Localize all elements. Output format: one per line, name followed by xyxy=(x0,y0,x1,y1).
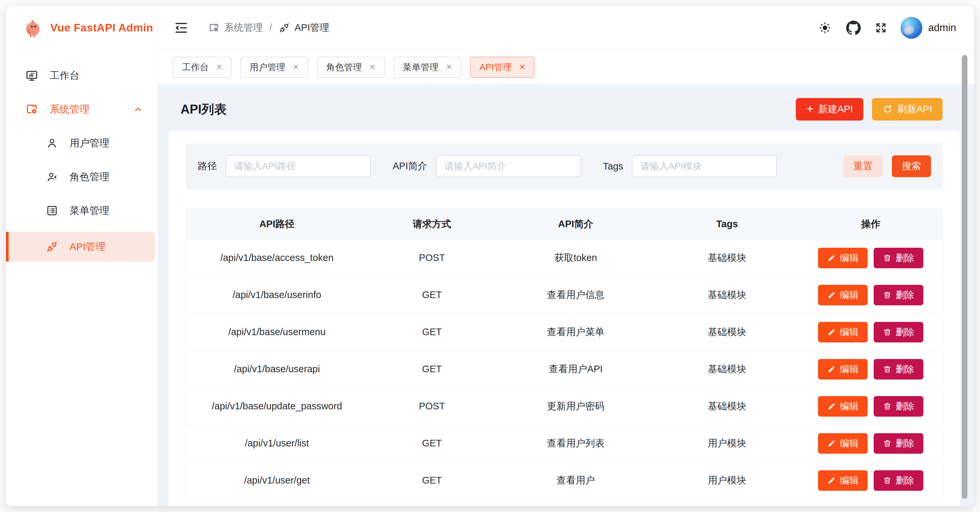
brand-title: Vue FastAPI Admin xyxy=(50,22,153,34)
delete-button[interactable]: 删除 xyxy=(873,248,923,268)
avatar[interactable] xyxy=(900,17,922,39)
trash-icon xyxy=(883,291,891,299)
api-actions-cell: 编辑 删除 xyxy=(799,388,943,425)
api-method-cell: GET xyxy=(368,313,496,351)
pencil-icon xyxy=(827,291,836,299)
api-summary-cell: 查看用户 xyxy=(496,462,655,499)
new-api-button[interactable]: + 新建API xyxy=(796,98,863,121)
pencil-icon xyxy=(827,476,836,485)
api-actions-cell: 编辑 删除 xyxy=(799,277,943,313)
summary-filter-input[interactable] xyxy=(436,155,581,177)
api-method-cell: GET xyxy=(368,277,496,313)
api-path-cell: /api/v1/base/userapi xyxy=(186,351,368,388)
scrollbar[interactable] xyxy=(962,55,967,499)
api-path-cell: /api/v1/user/get xyxy=(186,462,368,499)
api-plug-icon xyxy=(278,22,290,33)
brand-logo[interactable]: Vue FastAPI Admin xyxy=(6,6,158,50)
edit-button[interactable]: 编辑 xyxy=(818,433,868,454)
sidebar-item-label: 角色管理 xyxy=(70,170,109,184)
close-icon[interactable]: ✕ xyxy=(446,63,452,71)
fullscreen-icon[interactable] xyxy=(875,22,887,34)
api-actions-cell: 编辑 删除 xyxy=(799,351,943,388)
window-settings-icon xyxy=(25,103,38,116)
sidebar-item-label: 用户管理 xyxy=(70,137,109,150)
edit-button[interactable]: 编辑 xyxy=(818,359,868,380)
tags-filter-input[interactable] xyxy=(632,155,777,177)
sidebar-item-api[interactable]: API管理 xyxy=(6,232,155,262)
tab-api[interactable]: API管理 ✕ xyxy=(470,57,535,78)
close-icon[interactable]: ✕ xyxy=(216,63,222,71)
trash-icon xyxy=(883,476,891,485)
edit-button[interactable]: 编辑 xyxy=(818,285,868,305)
tab-menus[interactable]: 菜单管理 ✕ xyxy=(394,57,461,78)
api-tags-cell: 基础模块 xyxy=(655,351,799,388)
table-row: /api/v1/user/get GET 查看用户 用户模块 编辑 删除 xyxy=(186,462,943,499)
tab-workspace[interactable]: 工作台 ✕ xyxy=(173,57,232,78)
sidebar-item-label: 系统管理 xyxy=(50,103,89,116)
breadcrumb-item-system[interactable]: 系统管理 xyxy=(208,21,263,35)
trash-icon xyxy=(883,402,891,411)
api-tags-cell: 用户模块 xyxy=(655,425,799,462)
api-path-cell: /api/v1/base/usermenu xyxy=(186,313,368,351)
edit-button[interactable]: 编辑 xyxy=(818,248,868,268)
edit-button[interactable]: 编辑 xyxy=(818,322,868,342)
sidebar-submenu: 用户管理 角色管理 菜单管理 API管理 xyxy=(6,130,158,262)
app-window: Vue FastAPI Admin 工作台 系统管理 用户管理 角色管理 xyxy=(6,6,974,506)
top-bar: 系统管理 / API管理 admin xyxy=(158,6,974,50)
table-row: /api/v1/base/userapi GET 查看用户API 基础模块 编辑… xyxy=(186,351,943,388)
edit-button[interactable]: 编辑 xyxy=(818,470,868,491)
tab-label: 工作台 xyxy=(182,61,209,73)
refresh-icon xyxy=(883,104,892,114)
pencil-icon xyxy=(827,328,836,337)
search-button[interactable]: 搜索 xyxy=(892,155,931,177)
sidebar-item-label: 工作台 xyxy=(50,69,80,83)
api-method-cell: GET xyxy=(368,351,496,388)
tab-bar: 工作台 ✕ 用户管理 ✕ 角色管理 ✕ 菜单管理 ✕ API管理 ✕ xyxy=(158,50,974,85)
close-icon[interactable]: ✕ xyxy=(293,63,299,71)
path-filter-input[interactable] xyxy=(226,155,371,177)
pencil-icon xyxy=(827,402,836,411)
table-row: /api/v1/base/userinfo GET 查看用户信息 基础模块 编辑… xyxy=(186,277,943,313)
tab-label: 菜单管理 xyxy=(403,61,439,73)
api-summary-cell: 查看用户列表 xyxy=(496,425,655,462)
username[interactable]: admin xyxy=(928,22,956,34)
table-row: /api/v1/base/update_password POST 更新用户密码… xyxy=(186,388,943,425)
sidebar-item-users[interactable]: 用户管理 xyxy=(6,130,158,156)
theme-light-icon[interactable] xyxy=(818,21,832,35)
path-filter-label: 路径 xyxy=(198,160,217,173)
menu-list-icon xyxy=(46,204,58,217)
delete-button[interactable]: 删除 xyxy=(873,433,923,454)
sidebar-item-menus[interactable]: 菜单管理 xyxy=(6,198,158,223)
api-path-cell: /api/v1/base/update_password xyxy=(186,388,368,425)
sidebar-item-label: API管理 xyxy=(70,240,105,254)
delete-button[interactable]: 删除 xyxy=(873,396,923,417)
api-method-cell: POST xyxy=(368,239,496,277)
api-method-cell: GET xyxy=(368,462,496,499)
tab-roles[interactable]: 角色管理 ✕ xyxy=(317,57,385,78)
tab-users[interactable]: 用户管理 ✕ xyxy=(240,57,308,78)
breadcrumb-item-api[interactable]: API管理 xyxy=(278,21,329,35)
close-icon[interactable]: ✕ xyxy=(369,63,376,71)
close-icon[interactable]: ✕ xyxy=(519,63,525,71)
api-summary-cell: 查看用户菜单 xyxy=(496,313,655,351)
page-title: API列表 xyxy=(181,101,227,118)
delete-button[interactable]: 删除 xyxy=(873,359,923,380)
sidebar-item-roles[interactable]: 角色管理 xyxy=(6,164,158,189)
api-summary-cell: 查看用户API xyxy=(496,351,655,388)
breadcrumb-label: 系统管理 xyxy=(224,21,263,35)
api-method-cell: POST xyxy=(368,388,496,425)
delete-button[interactable]: 删除 xyxy=(873,322,923,342)
delete-button[interactable]: 删除 xyxy=(873,470,923,491)
github-icon[interactable] xyxy=(846,21,861,35)
api-summary-cell: 更新用户密码 xyxy=(496,388,655,425)
delete-button[interactable]: 删除 xyxy=(873,285,923,305)
edit-button[interactable]: 编辑 xyxy=(818,396,868,417)
sidebar-item-workspace[interactable]: 工作台 xyxy=(6,63,158,88)
menu-collapse-icon[interactable] xyxy=(174,21,189,35)
api-plug-icon xyxy=(46,240,58,253)
sidebar-item-system[interactable]: 系统管理 xyxy=(6,97,158,122)
refresh-api-button[interactable]: 刷新API xyxy=(872,98,943,121)
sidebar-menu: 工作台 系统管理 用户管理 角色管理 菜单管理 xyxy=(6,50,158,267)
api-path-cell: /api/v1/base/userinfo xyxy=(186,277,368,313)
reset-button[interactable]: 重置 xyxy=(843,155,883,177)
